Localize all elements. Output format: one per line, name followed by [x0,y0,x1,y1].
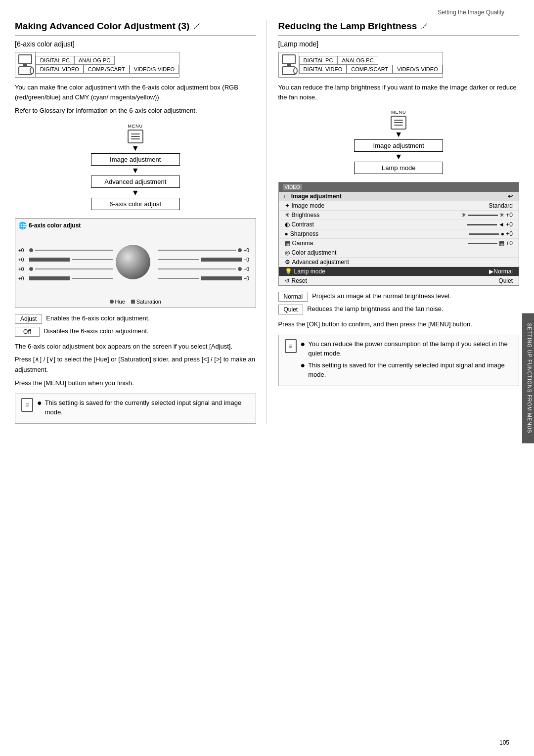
signal-icons [15,52,36,77]
slider-row-4: +0 [18,276,113,281]
scr1 [238,248,242,252]
slider-row-r2: +0 [158,257,253,263]
right-signal-btn-dpc: DIGITAL PC [299,56,338,65]
option-normal-desc: Projects an image at the normal brightne… [312,292,519,301]
title-slash-decoration: ⟋ [191,20,202,33]
color-adj-label: Color adjustment [292,249,337,256]
st4 [72,278,112,279]
gamma-slider [468,243,497,244]
right-signal-btn-dv: DIGITAL VIDEO [299,65,347,74]
right-arrow-1: ▼ [395,131,402,138]
signal-row-2: DIGITAL VIDEO COMP./SCART VIDEO/S-VIDEO [36,65,179,74]
scr3 [238,267,242,271]
scr4 [201,276,241,280]
signal-btn-digital-video: DIGITAL VIDEO [36,65,84,74]
left-body2: Press [∧] / [∨] to select the [Hue] or [… [15,355,256,375]
panel-icon: 🌐 [18,222,27,229]
mr-label-color: ◎ Color adjustment [285,249,337,256]
right-title-line: Reducing the Lamp Brightness ⟋ [278,20,520,33]
signal-buttons: DIGITAL PC ANALOG PC DIGITAL VIDEO COMP.… [36,52,179,77]
st3 [35,268,113,269]
brightness-num: ✳ +0 [499,212,513,219]
right-subtitle: [Lamp mode] [278,40,520,48]
sharpness-label: Sharpness [290,230,318,237]
color-adjust-panel: 🌐 6-axis color adjust +0 +0 [15,218,256,308]
right-signal-table: DIGITAL PC ANALOG PC DIGITAL VIDEO COMP.… [278,52,443,78]
right-signal-btn-vsv: VIDEO/S-VIDEO [393,65,443,74]
panel-legend: Hue Saturation [18,299,253,305]
sc1 [29,248,33,252]
signal-row-1: DIGITAL PC ANALOG PC [36,56,179,65]
right-note-box: ● You can reduce the power consumption o… [278,335,520,386]
right-arrow-2: ▼ [395,153,402,161]
right-signal-icons [279,52,299,77]
mr-label-contrast: ◐ Contrast [285,221,314,228]
right-menu-symbol [391,116,406,130]
right-signal-row-1: DIGITAL PC ANALOG PC [299,56,443,65]
left-desc1: You can make fine color adjustment with … [15,83,256,102]
gamma-num: ▦ +0 [499,240,513,247]
lamp-mode-value: ▶Normal [489,268,513,275]
panel-body: +0 +0 +0 +0 [18,232,253,297]
right-sliders: +0 +0 +0 +0 [158,248,253,281]
left-desc2: Refer to Glossary for information on the… [15,106,256,116]
str2 [158,259,199,260]
right-bullet-1: ● You can reduce the power consumption o… [301,339,513,358]
menu-row-gamma: ▦ Gamma ▦ +0 [279,239,519,248]
svr2: +0 [244,257,253,263]
panel-title-text: 6-axis color adjust [29,222,81,229]
menu-row-advanced: ⚙ Advanced adjustment [279,258,519,267]
menu-line-2 [131,136,140,137]
page-header: Setting the Image Quality [0,0,534,20]
right-bullet-dot-1: ● [301,339,306,358]
slider-row-r3: +0 [158,267,253,272]
menu-row-lamp-mode: 💡 Lamp mode ▶Normal [279,267,519,276]
menu-row-brightness: ✳ Brightness ✳ ✳ +0 [279,211,519,220]
str1 [158,250,236,251]
right-menu-line-2 [394,122,403,123]
right-menu-icon-box: MENU [391,110,406,130]
mr-label-gamma: ▦ Gamma [285,240,313,247]
option-quiet: Quiet Reduces the lamp brightness and th… [278,305,520,314]
slider-row-1: +0 [18,248,113,253]
left-body1: The 6-axis color adjustment box appears … [15,342,256,352]
menu-title-icon: □ [285,193,288,200]
sv4: +0 [18,276,27,281]
hue-circle [110,300,114,304]
right-section-title: Reducing the Lamp Brightness [278,21,417,32]
left-options: Adjust Enables the 6-axis color adjustme… [15,314,256,337]
right-options: Normal Projects an image at the normal b… [278,292,520,314]
menu-row-color-adj: ◎ Color adjustment [279,248,519,258]
arrow-2: ▼ [132,167,139,175]
right-signal-btn-apc: ANALOG PC [337,56,378,65]
video-badge: VIDEO [283,184,302,190]
menu-label: MENU [128,124,143,129]
signal-btn-video-svideo: VIDEO/S-VIDEO [130,65,179,74]
color-adj-icon: ◎ [285,249,290,256]
option-off-label: Off [15,327,40,337]
signal-btn-analog-pc: ANALOG PC [74,56,115,65]
mr-label-lamp: 💡 Lamp mode [285,268,325,275]
sat-square [131,300,135,304]
reset-value: Quiet [498,277,513,284]
menu-line-1 [131,133,140,134]
signal-btn-comp-scart: COMP./SCART [84,65,130,74]
sharpness-value: ● +0 [469,230,513,237]
svr4: +0 [244,276,253,281]
brightness-value: ✳ ✳ +0 [461,212,513,219]
right-bullet-dot-2: ● [301,360,306,380]
st1 [35,250,113,251]
left-note-bullet-text-1: This setting is saved for the currently … [45,398,250,417]
menu-lines [130,132,141,141]
sat-label: Saturation [136,299,161,305]
legend-hue: Hue [110,299,125,305]
left-note-text: ● This setting is saved for the currentl… [37,398,250,419]
monitor-icon [18,54,32,64]
projector-icon [18,66,32,75]
menu-row-reset: ↺ Reset Quiet [279,276,519,285]
mr-label-advanced: ⚙ Advanced adjustment [285,259,349,266]
slider-row-r1: +0 [158,248,253,253]
arrow-1: ▼ [132,144,139,152]
mr-label-reset: ↺ Reset [285,277,307,284]
contrast-icon: ◐ [285,221,290,228]
